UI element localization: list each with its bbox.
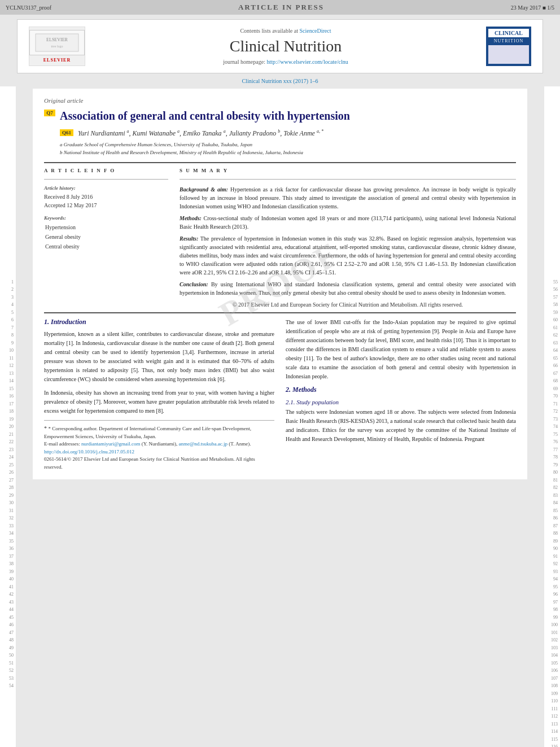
- line-number: 38: [2, 561, 14, 569]
- svg-text:tree logo: tree logo: [51, 45, 63, 48]
- homepage-link[interactable]: http://www.elsevier.com/locate/clnu: [266, 59, 348, 65]
- svg-rect-0: [36, 34, 78, 51]
- title-divider: [44, 162, 516, 163]
- email2-link[interactable]: anme@nd.tsukuba.ac.jp: [179, 441, 228, 447]
- line-number: 1: [2, 278, 14, 286]
- page-layout: 1234567891011121314151617181920212223242…: [0, 86, 560, 747]
- line-number: 57: [546, 294, 558, 302]
- line-number: 17: [2, 400, 14, 408]
- line-number: 115: [546, 736, 558, 744]
- line-number: 23: [2, 446, 14, 454]
- line-number: 24: [2, 454, 14, 462]
- line-number: 14: [2, 378, 14, 386]
- line-number: 28: [2, 484, 14, 492]
- line-number: 20: [2, 423, 14, 431]
- line-number: 69: [546, 385, 558, 393]
- line-number: 110: [546, 698, 558, 706]
- intro-para2: In Indonesia, obesity has shown an incre…: [44, 388, 274, 416]
- footnote-section: * * Corresponding author. Department of …: [44, 420, 274, 471]
- line-number: 42: [2, 591, 14, 599]
- conclusion-label: Conclusion:: [180, 281, 208, 287]
- line-number: 32: [2, 515, 14, 523]
- journal-center-info: Contents lists available at ScienceDirec…: [85, 28, 486, 65]
- line-number: 95: [546, 583, 558, 591]
- query-badge-q61: Q61: [60, 129, 73, 136]
- line-number: 49: [2, 644, 14, 652]
- line-number: 87: [546, 522, 558, 530]
- line-number: 56: [546, 286, 558, 294]
- copyright-line: © 2017 Elsevier Ltd and European Society…: [180, 302, 516, 308]
- right-line-numbers: 5556575859606162636465666768697071727374…: [544, 86, 560, 747]
- line-number: 68: [546, 378, 558, 386]
- line-number: 59: [546, 309, 558, 317]
- history-label: Article history:: [44, 185, 168, 191]
- info-divider: [44, 179, 168, 180]
- summary-header: S U M M A R Y: [180, 168, 516, 173]
- line-number: 61: [546, 324, 558, 332]
- affiliation-a: a Graduate School of Comprehensive Human…: [60, 141, 516, 149]
- line-number: 51: [2, 659, 14, 667]
- line-number: 90: [546, 545, 558, 553]
- background-para: Background & aim: Hypertension as a risk…: [180, 185, 516, 211]
- line-number: 43: [2, 599, 14, 606]
- line-number: 65: [546, 355, 558, 362]
- conclusion-para: Conclusion: By using International WHO a…: [180, 280, 516, 297]
- line-number: 79: [546, 461, 558, 469]
- sciencedirect-link[interactable]: ScienceDirect: [299, 28, 331, 34]
- article-info-header: A R T I C L E I N F O: [44, 168, 168, 173]
- line-number: 96: [546, 591, 558, 599]
- banner-left: YCLNU3137_proof: [6, 5, 51, 11]
- accepted-date: Accepted 12 May 2017: [44, 201, 168, 209]
- journal-title: Clinical Nutrition: [97, 37, 475, 55]
- line-number: 86: [546, 515, 558, 523]
- line-number: 3: [2, 294, 14, 302]
- line-number: 8: [2, 332, 14, 340]
- issn-line: 0261-5614/© 2017 Elsevier Ltd and Europe…: [44, 456, 274, 471]
- line-number: 55: [546, 278, 558, 286]
- line-number: 48: [2, 637, 14, 645]
- line-number: 114: [546, 728, 558, 736]
- line-number: 52: [2, 667, 14, 675]
- summary-divider: [180, 179, 516, 180]
- summary-content: Background & aim: Hypertension as a risk…: [180, 185, 516, 297]
- keyword-item: Hypertension: [45, 222, 168, 232]
- main-content: PROOF Original article Q7 Association of…: [33, 89, 527, 479]
- email1-link[interactable]: nurdiantamiyuri@gmail.com: [81, 441, 141, 447]
- line-number: 45: [2, 614, 14, 622]
- line-number: 62: [546, 332, 558, 340]
- line-number: 11: [2, 355, 14, 362]
- line-number: 84: [546, 500, 558, 508]
- line-number: 46: [2, 622, 14, 630]
- line-number: 64: [546, 347, 558, 355]
- authors-text: Yuri Nurdiantami a, Kumi Watanabe a, Emi…: [78, 129, 323, 138]
- line-number: 81: [546, 477, 558, 484]
- methods-label: Methods:: [180, 215, 202, 221]
- results-para: Results: The prevalence of hypertension …: [180, 234, 516, 277]
- line-number: 83: [546, 492, 558, 500]
- line-number: 88: [546, 530, 558, 538]
- line-number: 77: [546, 446, 558, 454]
- authors-line: Q61 Yuri Nurdiantami a, Kumi Watanabe a,…: [44, 129, 516, 138]
- article-header: Q7 Association of general and central ob…: [44, 108, 516, 123]
- line-number: 50: [2, 652, 14, 660]
- line-number: 18: [2, 408, 14, 416]
- background-label: Background & aim:: [180, 186, 228, 193]
- doi-link[interactable]: http://dx.doi.org/10.1016/j.clnu.2017.05…: [44, 449, 134, 455]
- study-population-title: 2.1. Study population: [286, 399, 516, 405]
- intro-title-text: Introduction: [51, 318, 86, 326]
- article-history: Article history: Received 8 July 2016 Ac…: [44, 185, 168, 209]
- body-divider: [44, 312, 516, 313]
- info-summary-cols: A R T I C L E I N F O Article history: R…: [44, 168, 516, 308]
- body-content: 1. Introduction Hypertension, known as a…: [44, 318, 516, 471]
- body-left-col: 1. Introduction Hypertension, known as a…: [44, 318, 274, 471]
- line-number: 60: [546, 317, 558, 325]
- background-text: Hypertension as a risk factor for cardio…: [180, 186, 516, 209]
- citation-link[interactable]: Clinical Nutrition xxx (2017) 1–6: [242, 78, 318, 84]
- corresponding-note: * * Corresponding author. Department of …: [44, 424, 274, 440]
- line-number: 103: [546, 644, 558, 652]
- line-number: 39: [2, 568, 14, 576]
- methods-text: Cross-sectional study of Indonesian wome…: [180, 215, 516, 230]
- methods-para: Methods: Cross-sectional study of Indone…: [180, 214, 516, 231]
- line-number: 15: [2, 385, 14, 393]
- line-number: 98: [546, 606, 558, 614]
